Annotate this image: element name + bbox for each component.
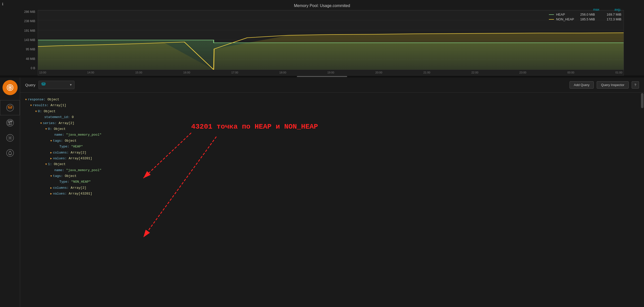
collapse-arrow-series-1[interactable]: ▼ — [45, 162, 47, 167]
json-type-response: Object — [48, 97, 59, 102]
chart-x-axis: 13:00 14:00 15:00 16:00 17:00 18:00 19:0… — [38, 70, 624, 75]
json-key-tags-1: tags: — [53, 173, 63, 179]
x-label: 20:00 — [375, 71, 382, 74]
collapse-arrow-values-1[interactable]: ▶ — [50, 191, 52, 197]
x-label: 13:00 — [39, 71, 46, 74]
chart-title: Memory Pool: Usage.commited — [0, 3, 644, 10]
svg-marker-3 — [9, 85, 11, 91]
sidebar-item-alerts[interactable] — [0, 145, 20, 161]
x-label: 15:00 — [135, 71, 142, 74]
collapse-arrow-results[interactable]: ▼ — [30, 103, 32, 108]
nonheap-fill — [38, 33, 624, 70]
nonheap-legend-name: NON_HEAP — [556, 17, 574, 21]
settings-icon — [6, 134, 14, 142]
chart-area: ℹ Memory Pool: Usage.commited 286 MiB 23… — [0, 0, 644, 78]
svg-point-9 — [9, 137, 11, 139]
chart-container: 286 MiB 238 MiB 191 MiB 143 MiB 95 MiB 4… — [0, 10, 644, 75]
heap-legend-values: 256.0 MiB 169.7 MiB — [576, 13, 621, 16]
collapse-arrow-columns-0[interactable]: ▶ — [50, 150, 52, 156]
json-type-columns-0: Array[2] — [71, 150, 86, 156]
y-label: 48 MiB — [26, 57, 35, 61]
json-row-0-obj: ▼ 0: Object — [25, 108, 635, 114]
json-type-tags-0: Object — [65, 138, 76, 144]
y-label: 95 MiB — [26, 48, 35, 51]
json-row-statement-id: statement_id: 0 — [25, 114, 635, 120]
json-row-response: ▼ response: Object — [25, 97, 635, 102]
collapse-arrow-tags-0[interactable]: ▼ — [50, 139, 52, 144]
json-key-name-0: name: — [54, 132, 64, 138]
x-label: 14:00 — [87, 71, 94, 74]
json-key-type-nonheap: Type: — [59, 179, 69, 185]
collapse-arrow-series[interactable]: ▼ — [40, 121, 42, 126]
json-row-type-heap: Type: "HEAP" — [25, 144, 635, 149]
scrollbar-thumb[interactable] — [641, 93, 643, 108]
query-bar: Query ▼ Add Query Query Inspector ? — [20, 78, 644, 93]
sidebar-item-settings[interactable] — [0, 130, 20, 145]
json-key-series-1: 1: — [48, 161, 52, 167]
collapse-arrow-tags-1[interactable]: ▼ — [50, 174, 52, 179]
chart-scrollbar[interactable] — [297, 76, 347, 77]
sidebar-logo[interactable] — [3, 80, 18, 95]
legend-avg-label: avg↓ — [615, 8, 621, 11]
x-label: 23:00 — [519, 71, 527, 74]
alerts-icon — [6, 149, 14, 157]
add-query-button[interactable]: Add Query — [570, 81, 594, 89]
nonheap-color-line — [549, 19, 554, 20]
chart-svg — [38, 10, 624, 70]
y-label: 191 MiB — [24, 29, 35, 32]
collapse-arrow-series-0[interactable]: ▼ — [45, 127, 47, 132]
json-row-series-0-obj: ▼ 0: Object — [25, 126, 635, 132]
json-row-columns-0: ▶ columns: Array[2] — [25, 150, 635, 156]
info-icon[interactable]: ℹ — [2, 2, 3, 6]
x-label: 17:00 — [231, 71, 238, 74]
json-key-statement-id: statement_id: — [44, 114, 70, 120]
x-label: 01:00 — [615, 71, 622, 74]
json-key-series-0: 0: — [48, 126, 52, 132]
x-label: 16:00 — [183, 71, 190, 74]
heap-legend-name: HEAP — [556, 13, 565, 16]
json-key-columns-1: columns: — [53, 185, 69, 191]
x-label: 21:00 — [423, 71, 430, 74]
json-key-response: response: — [28, 97, 46, 102]
y-label: 0 B — [31, 66, 35, 70]
sidebar-item-dashboards[interactable] — [0, 115, 20, 130]
datasource-selector[interactable]: ▼ — [38, 81, 74, 89]
json-row-type-nonheap: Type: "NON_HEAP" — [25, 179, 635, 185]
query-inspector-button[interactable]: Query Inspector — [597, 81, 629, 89]
legend-item-nonheap: NON_HEAP 185.5 MiB 172.3 MiB — [549, 17, 621, 21]
json-type-values-0: Array[43201] — [69, 156, 92, 161]
sidebar-item-datasources[interactable] — [0, 100, 20, 115]
nonheap-max-value: 185.5 MiB — [576, 17, 595, 21]
json-key-values-1: values: — [53, 191, 67, 197]
json-row-name-1: name: "java_memory_pool" — [25, 167, 635, 173]
sidebar — [0, 78, 20, 307]
json-row-series-1-obj: ▼ 1: Object — [25, 161, 635, 167]
json-key-0: 0: — [38, 108, 42, 114]
heap-color-line — [549, 14, 554, 15]
collapse-arrow-0[interactable]: ▼ — [35, 109, 37, 114]
collapse-arrow-columns-1[interactable]: ▶ — [50, 186, 52, 191]
svg-rect-6 — [8, 122, 10, 125]
json-type-series-1: Object — [54, 161, 66, 167]
query-inspector-panel: ▼ response: Object ▼ results: Array[1] — [20, 93, 640, 307]
json-value-name-0: "java_memory_pool" — [66, 132, 101, 138]
scrollbar-track — [640, 93, 644, 307]
legend-header: max avg↓ — [549, 8, 621, 11]
json-key-type-heap: Type: — [59, 144, 69, 149]
chart-plot-area: 13:00 14:00 15:00 16:00 17:00 18:00 19:0… — [38, 10, 624, 75]
chevron-down-icon: ▼ — [70, 83, 72, 87]
json-key-values-0: values: — [53, 156, 67, 161]
x-label: 00:00 — [567, 71, 574, 74]
json-type-values-1: Array[43201] — [69, 191, 92, 197]
json-type-tags-1: Object — [65, 173, 76, 179]
help-button[interactable]: ? — [632, 81, 639, 89]
collapse-arrow-values-0[interactable]: ▶ — [50, 156, 52, 161]
nonheap-legend-values: 185.5 MiB 172.3 MiB — [576, 17, 621, 21]
svg-point-10 — [42, 83, 45, 84]
x-label: 22:00 — [471, 71, 478, 74]
collapse-arrow-response[interactable]: ▼ — [25, 97, 27, 102]
bottom-panel: Query ▼ Add Query Query Inspector ? — [0, 78, 644, 307]
legend-max-label: max — [593, 8, 599, 11]
memory-chart: ℹ Memory Pool: Usage.commited 286 MiB 23… — [0, 0, 644, 75]
json-value-name-1: "java_memory_pool" — [66, 167, 101, 173]
